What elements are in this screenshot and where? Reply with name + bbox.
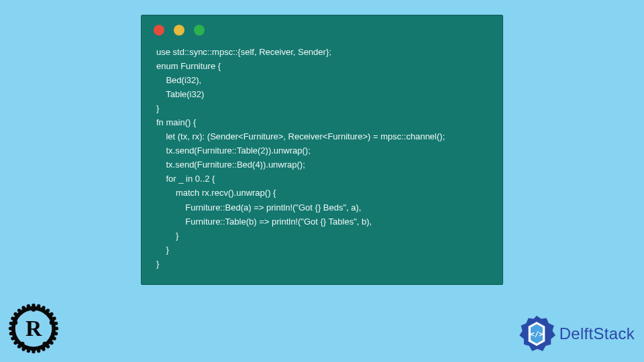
window-traffic-lights <box>142 15 502 42</box>
code-block: use std::sync::mpsc::{self, Receiver, Se… <box>142 42 502 275</box>
svg-point-7 <box>37 349 40 353</box>
traffic-light-zoom-icon <box>194 25 205 36</box>
svg-point-23 <box>37 304 40 308</box>
svg-point-24 <box>42 306 45 309</box>
delftstack-logo: </> DelftStack <box>518 315 635 353</box>
svg-point-9 <box>27 349 30 353</box>
svg-text:</>: </> <box>530 330 543 339</box>
svg-point-27 <box>52 316 56 320</box>
svg-point-14 <box>9 332 13 335</box>
svg-point-11 <box>17 345 21 348</box>
svg-point-4 <box>50 341 53 345</box>
svg-point-6 <box>42 347 45 351</box>
svg-point-20 <box>21 306 25 309</box>
traffic-light-minimize-icon <box>174 25 184 36</box>
svg-point-13 <box>11 337 14 340</box>
svg-point-17 <box>11 316 14 320</box>
svg-point-16 <box>9 322 13 325</box>
svg-point-33 <box>13 320 17 325</box>
delftstack-badge-icon: </> <box>518 315 555 353</box>
svg-point-18 <box>13 312 17 316</box>
svg-point-15 <box>9 326 12 330</box>
svg-point-8 <box>32 350 35 353</box>
svg-point-21 <box>27 304 30 308</box>
rust-logo-icon: R <box>5 300 62 357</box>
svg-point-5 <box>46 345 50 348</box>
svg-point-19 <box>17 308 21 312</box>
code-window: use std::sync::mpsc::{self, Receiver, Se… <box>141 15 503 285</box>
svg-point-28 <box>54 322 58 325</box>
delftstack-wordmark: DelftStack <box>559 324 635 343</box>
svg-point-1 <box>55 326 58 330</box>
svg-point-26 <box>50 312 53 316</box>
svg-point-10 <box>21 347 25 351</box>
svg-point-25 <box>46 308 50 312</box>
svg-point-32 <box>20 342 25 347</box>
svg-point-22 <box>32 304 35 307</box>
svg-point-30 <box>50 320 54 325</box>
svg-point-29 <box>32 307 36 312</box>
svg-point-3 <box>52 337 56 340</box>
traffic-light-close-icon <box>154 25 164 36</box>
svg-point-31 <box>42 342 47 347</box>
svg-point-12 <box>13 341 17 345</box>
svg-text:R: R <box>25 316 42 341</box>
svg-point-2 <box>54 332 58 335</box>
